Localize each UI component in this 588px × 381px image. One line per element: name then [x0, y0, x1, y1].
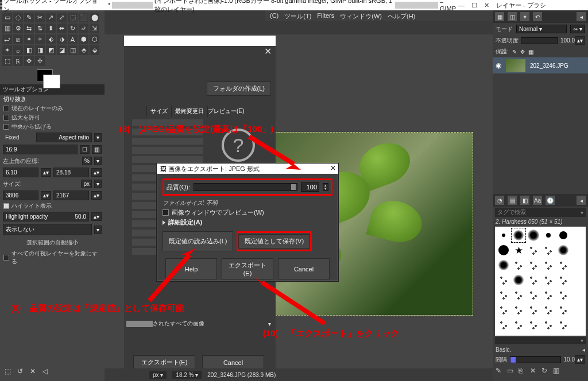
origin-unit[interactable]: %: [82, 157, 92, 165]
lock-alpha-icon[interactable]: ▦: [528, 49, 533, 55]
edit-brush-icon[interactable]: ✎: [496, 367, 504, 375]
tool-35[interactable]: ⬙: [90, 45, 99, 55]
all-layers-check[interactable]: すべての可視レイヤーを対象にする: [0, 249, 105, 266]
tool-32[interactable]: ◪: [57, 45, 67, 55]
opt-center[interactable]: 中央から拡げる: [0, 122, 105, 131]
aspect-ratio-input[interactable]: 16:9: [3, 145, 78, 154]
tool-29[interactable]: ◧: [24, 45, 34, 55]
tool-10[interactable]: ⚙: [13, 24, 23, 33]
menu-help[interactable]: ヘルプ(H): [388, 12, 415, 19]
brush-tab-menu-icon[interactable]: ◂: [577, 196, 586, 205]
patterns-tab-icon[interactable]: ▤: [508, 196, 517, 205]
guides-dropdown[interactable]: 表示しない: [3, 224, 92, 235]
size-w-input[interactable]: 3806: [3, 190, 38, 200]
lock-position-icon[interactable]: ✥: [520, 49, 525, 55]
menu-color[interactable]: (C): [270, 12, 278, 19]
tab-menu-icon[interactable]: ◂: [577, 12, 586, 21]
size-unit[interactable]: px: [81, 180, 92, 188]
auto-shrink-label[interactable]: 選択範囲の自動縮小: [0, 236, 105, 249]
brush-tag-empty[interactable]: ▾: [495, 337, 586, 344]
layers-tab-icon[interactable]: ▦: [495, 12, 504, 21]
maximize-button[interactable]: ☐: [471, 2, 477, 9]
aspect-chevron[interactable]: ▾: [94, 133, 102, 142]
menu-filters[interactable]: Filters: [317, 12, 334, 19]
tool-31[interactable]: ◩: [46, 45, 56, 55]
tool-33[interactable]: ◫: [68, 45, 78, 55]
tool-37[interactable]: ⎘: [13, 56, 23, 66]
new-brush-icon[interactable]: ▭: [507, 367, 515, 375]
history-tab-icon[interactable]: 🕓: [546, 196, 555, 205]
tool-17[interactable]: ⇲: [90, 24, 99, 33]
refresh-brush-icon[interactable]: ↻: [541, 367, 550, 375]
layer-item[interactable]: ◉ 202_3246.JPG: [493, 57, 588, 73]
tool-13[interactable]: ⬍: [46, 24, 56, 33]
quality-spinner[interactable]: ▴▾: [323, 183, 328, 191]
save-defaults-button[interactable]: 既定値として保存(V): [238, 234, 310, 248]
menu-window[interactable]: ウィンドウ(W): [340, 12, 382, 19]
export-button[interactable]: エクスポート(E): [133, 355, 195, 370]
paths-tab-icon[interactable]: ✦: [520, 12, 529, 21]
mode-extra[interactable]: ∾ ▾: [570, 25, 585, 33]
tool-18[interactable]: ⮐: [2, 34, 12, 44]
col-size[interactable]: サイズ: [147, 106, 172, 117]
tool-1[interactable]: ◌: [13, 13, 23, 22]
tool-25[interactable]: ⬢: [79, 34, 88, 44]
opacity-slider[interactable]: [521, 37, 558, 44]
opt-current-layer[interactable]: 現在のレイヤーのみ: [0, 104, 105, 113]
open-brush-icon[interactable]: ▥: [553, 367, 561, 375]
reload-icon[interactable]: ↺: [17, 367, 25, 375]
tool-34[interactable]: ⬘: [79, 45, 88, 55]
mode-dropdown[interactable]: Normal ▾: [516, 25, 567, 33]
origin-y-input[interactable]: 28.18: [53, 168, 89, 177]
tool-26[interactable]: ⬡: [90, 34, 99, 44]
quality-value[interactable]: 100: [301, 182, 319, 192]
tool-16[interactable]: ⤾: [79, 24, 88, 33]
visibility-icon[interactable]: ◉: [496, 61, 501, 69]
tool-9[interactable]: ▥: [2, 24, 12, 33]
tool-5[interactable]: ⤢: [57, 13, 67, 22]
minimize-button[interactable]: —: [458, 2, 465, 9]
tool-20[interactable]: ✦: [24, 34, 34, 44]
layer-name[interactable]: 202_3246.JPG: [530, 63, 568, 69]
brush-category[interactable]: Basic.: [496, 347, 511, 353]
tool-19[interactable]: ⎚: [13, 34, 23, 44]
fonts-tab-icon[interactable]: Aa: [533, 196, 542, 205]
size-h-input[interactable]: 2167: [53, 190, 89, 200]
status-unit[interactable]: px ▾: [149, 371, 167, 379]
undo-tab-icon[interactable]: ↶: [533, 12, 542, 21]
tool-8[interactable]: ⬤: [90, 13, 99, 22]
tool-6[interactable]: ⬚: [68, 13, 78, 22]
advanced-expander[interactable]: 詳細設定(A): [163, 218, 332, 227]
tool-3[interactable]: ✂: [35, 13, 45, 22]
save-icon[interactable]: ⬚: [5, 367, 13, 375]
tool-7[interactable]: ⬛: [79, 13, 88, 22]
tool-28[interactable]: ⌕: [13, 45, 23, 55]
tool-14[interactable]: ⬌: [57, 24, 67, 33]
quality-slider[interactable]: [194, 183, 297, 191]
del-brush-icon[interactable]: ✕: [530, 367, 538, 375]
highlight-opacity-value[interactable]: 50.0: [75, 213, 86, 220]
gradients-tab-icon[interactable]: ◧: [520, 196, 529, 205]
tool-38[interactable]: ✥: [24, 56, 34, 66]
spacing-slider[interactable]: [510, 356, 561, 363]
col-modified[interactable]: 最終変更日: [172, 106, 208, 117]
tool-39[interactable]: ✢: [35, 56, 45, 66]
dup-brush-icon[interactable]: ⎘: [519, 367, 527, 375]
channels-tab-icon[interactable]: ◫: [508, 12, 517, 21]
cancel-button[interactable]: Cancel: [202, 355, 264, 370]
tool-12[interactable]: ⇅: [35, 24, 45, 33]
tool-4[interactable]: ↗: [46, 13, 56, 22]
tool-22[interactable]: ⬖: [46, 34, 56, 44]
brush-tag-search[interactable]: タグで検索▾: [495, 208, 586, 217]
tool-21[interactable]: ✧: [35, 34, 45, 44]
close-button[interactable]: ✕: [484, 2, 489, 9]
tool-23[interactable]: ⬗: [57, 34, 67, 44]
tool-0[interactable]: ▭: [2, 13, 12, 22]
reset-icon[interactable]: ◁: [42, 367, 51, 375]
aspect-dropdown[interactable]: Aspect ratio: [36, 133, 92, 142]
tool-2[interactable]: ✎: [24, 13, 34, 22]
brushes-tab-icon[interactable]: ◔: [495, 196, 504, 205]
origin-x-input[interactable]: 6.10: [3, 168, 38, 177]
lock-pixels-icon[interactable]: ✎: [512, 49, 517, 55]
tool-27[interactable]: ✶: [2, 45, 12, 55]
